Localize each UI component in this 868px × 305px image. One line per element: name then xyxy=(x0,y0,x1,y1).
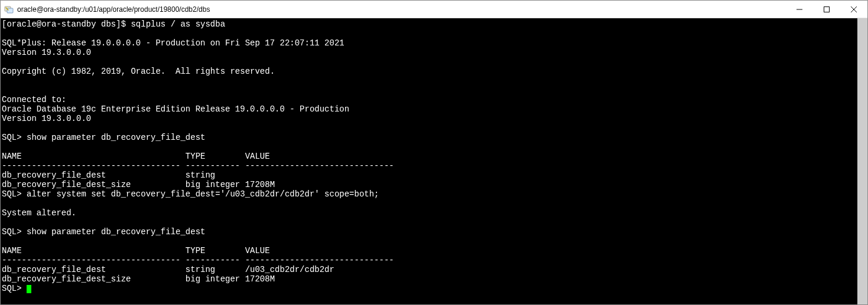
terminal-line xyxy=(2,76,857,86)
terminal-line: SQL> show parameter db_recovery_file_des… xyxy=(2,133,857,142)
terminal-line: Version 19.3.0.0.0 xyxy=(2,48,857,57)
scrollbar-thumb[interactable] xyxy=(857,18,867,304)
terminal-wrap: [oracle@ora-standby dbs]$ sqlplus / as s… xyxy=(1,18,867,304)
terminal-line xyxy=(2,29,857,38)
terminal-line: db_recovery_file_dest_size big integer 1… xyxy=(2,180,857,189)
maximize-button[interactable] xyxy=(813,1,840,18)
terminal-line xyxy=(2,86,857,95)
terminal-line: NAME TYPE VALUE xyxy=(2,152,857,161)
app-icon xyxy=(4,5,14,14)
terminal-line xyxy=(2,123,857,133)
minimize-button[interactable] xyxy=(786,1,813,18)
terminal-line xyxy=(2,199,857,208)
svg-rect-3 xyxy=(824,6,830,12)
terminal-line xyxy=(2,237,857,246)
terminal-line: NAME TYPE VALUE xyxy=(2,246,857,255)
terminal-line: db_recovery_file_dest string xyxy=(2,170,857,180)
terminal[interactable]: [oracle@ora-standby dbs]$ sqlplus / as s… xyxy=(1,18,857,304)
svg-rect-1 xyxy=(7,8,13,13)
terminal-line: SQL*Plus: Release 19.0.0.0.0 - Productio… xyxy=(2,38,857,48)
terminal-line: Version 19.3.0.0.0 xyxy=(2,114,857,123)
app-window: oracle@ora-standby:/u01/app/oracle/produ… xyxy=(0,0,868,305)
terminal-line xyxy=(2,57,857,67)
cursor-icon xyxy=(27,285,31,293)
terminal-line: SQL> alter system set db_recovery_file_d… xyxy=(2,189,857,199)
terminal-line xyxy=(2,142,857,152)
prompt-text: SQL> xyxy=(2,284,27,293)
terminal-line: ------------------------------------ ---… xyxy=(2,255,857,265)
terminal-line: Oracle Database 19c Enterprise Edition R… xyxy=(2,104,857,114)
terminal-line: [oracle@ora-standby dbs]$ sqlplus / as s… xyxy=(2,19,857,29)
terminal-line xyxy=(2,218,857,227)
terminal-prompt-line[interactable]: SQL> xyxy=(2,284,857,293)
terminal-line: ------------------------------------ ---… xyxy=(2,161,857,170)
close-button[interactable] xyxy=(840,1,867,18)
terminal-line: Copyright (c) 1982, 2019, Oracle. All ri… xyxy=(2,67,857,76)
terminal-line: System altered. xyxy=(2,208,857,218)
terminal-line: db_recovery_file_dest_size big integer 1… xyxy=(2,274,857,284)
window-title: oracle@ora-standby:/u01/app/oracle/produ… xyxy=(17,5,786,14)
vertical-scrollbar[interactable] xyxy=(857,18,867,304)
window-controls xyxy=(786,1,867,18)
terminal-line: db_recovery_file_dest string /u03_cdb2dr… xyxy=(2,265,857,274)
terminal-line: Connected to: xyxy=(2,95,857,104)
titlebar[interactable]: oracle@ora-standby:/u01/app/oracle/produ… xyxy=(1,1,867,18)
terminal-line: SQL> show parameter db_recovery_file_des… xyxy=(2,227,857,237)
